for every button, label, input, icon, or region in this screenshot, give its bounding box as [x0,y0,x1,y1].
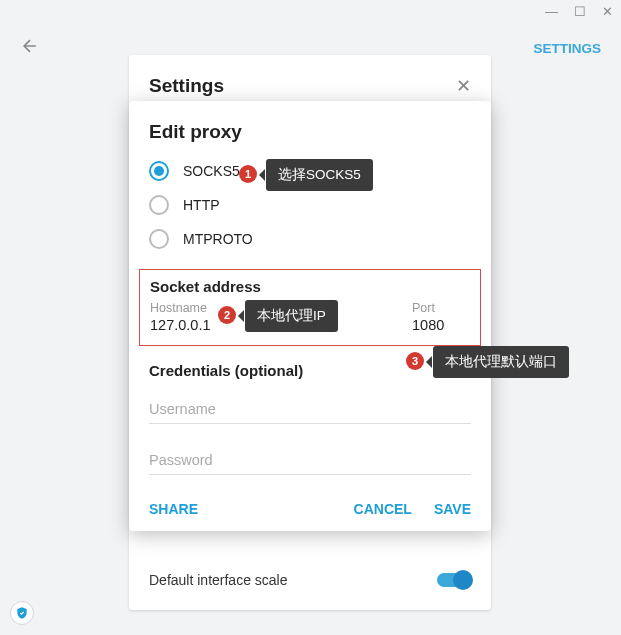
interface-scale-toggle[interactable] [437,573,471,587]
annotation-badge-3: 3 [406,352,424,370]
save-button[interactable]: SAVE [434,501,471,517]
radio-icon [149,195,169,215]
port-field[interactable]: Port 1080 [412,301,470,333]
settings-link[interactable]: SETTINGS [533,41,601,56]
modal-title: Edit proxy [149,121,471,143]
port-value: 1080 [412,317,470,333]
back-arrow-icon[interactable] [20,36,40,61]
settings-title: Settings [149,75,224,97]
modal-footer: SHARE CANCEL SAVE [149,501,471,517]
radio-icon [149,161,169,181]
port-label: Port [412,301,470,315]
annotation-tooltip-2: 本地代理IP [245,300,338,332]
interface-scale-label: Default interface scale [149,572,288,588]
radio-label: HTTP [183,197,220,213]
password-input[interactable] [149,444,471,475]
close-icon[interactable]: ✕ [456,75,471,97]
radio-mtproto[interactable]: MTPROTO [149,229,471,249]
cancel-button[interactable]: CANCEL [354,501,412,517]
annotation-badge-2: 2 [218,306,236,324]
radio-label: SOCKS5 [183,163,240,179]
window-minimize[interactable]: — [541,2,562,21]
window-controls: — ☐ ✕ [541,2,617,21]
annotation-tooltip-3: 本地代理默认端口 [433,346,569,378]
share-button[interactable]: SHARE [149,501,198,517]
annotation-tooltip-1: 选择SOCKS5 [266,159,373,191]
window-close[interactable]: ✕ [598,2,617,21]
radio-label: MTPROTO [183,231,253,247]
window-maximize[interactable]: ☐ [570,2,590,21]
interface-scale-row[interactable]: Default interface scale [149,560,471,600]
radio-http[interactable]: HTTP [149,195,471,215]
annotation-badge-1: 1 [239,165,257,183]
socket-heading: Socket address [150,278,470,295]
username-input[interactable] [149,393,471,424]
shield-icon[interactable] [10,601,34,625]
radio-icon [149,229,169,249]
